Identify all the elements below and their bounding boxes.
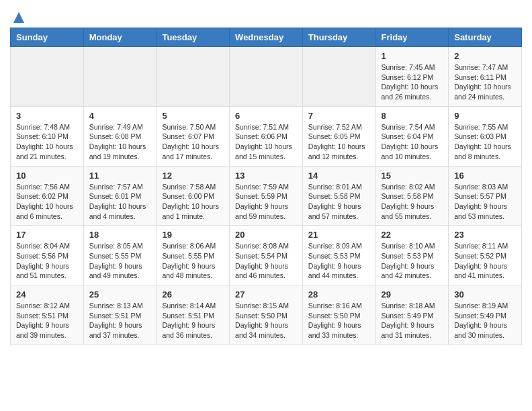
column-header-wednesday: Wednesday [230, 28, 303, 47]
day-info: Sunrise: 7:57 AMSunset: 6:01 PMDaylight:… [89, 183, 146, 220]
day-cell: 30Sunrise: 8:19 AMSunset: 5:49 PMDayligh… [449, 285, 522, 345]
day-info: Sunrise: 8:01 AMSunset: 5:58 PMDaylight:… [308, 183, 362, 220]
day-number: 20 [235, 230, 297, 240]
day-number: 17 [16, 230, 78, 240]
day-number: 6 [235, 111, 297, 121]
week-row-1: 1Sunrise: 7:45 AMSunset: 6:12 PMDaylight… [11, 47, 522, 107]
day-number: 8 [382, 111, 443, 121]
day-info: Sunrise: 8:11 AMSunset: 5:52 PMDaylight:… [454, 242, 508, 279]
day-cell: 22Sunrise: 8:10 AMSunset: 5:53 PMDayligh… [375, 226, 449, 285]
day-info: Sunrise: 8:18 AMSunset: 5:49 PMDaylight:… [382, 302, 435, 339]
day-number: 22 [382, 230, 443, 240]
day-info: Sunrise: 7:58 AMSunset: 6:00 PMDaylight:… [162, 183, 219, 220]
day-number: 4 [89, 111, 151, 121]
week-row-3: 10Sunrise: 7:56 AMSunset: 6:02 PMDayligh… [11, 166, 522, 226]
day-number: 5 [162, 111, 224, 121]
day-info: Sunrise: 8:10 AMSunset: 5:53 PMDaylight:… [382, 242, 435, 279]
day-number: 10 [16, 171, 78, 181]
week-row-2: 3Sunrise: 7:48 AMSunset: 6:10 PMDaylight… [11, 106, 522, 166]
day-info: Sunrise: 8:19 AMSunset: 5:49 PMDaylight:… [454, 302, 508, 339]
day-number: 25 [89, 289, 151, 300]
day-cell: 1Sunrise: 7:45 AMSunset: 6:12 PMDaylight… [375, 47, 449, 107]
day-number: 26 [162, 289, 224, 300]
day-info: Sunrise: 8:03 AMSunset: 5:57 PMDaylight:… [454, 183, 508, 220]
day-number: 15 [382, 171, 443, 181]
day-info: Sunrise: 7:54 AMSunset: 6:04 PMDaylight:… [382, 123, 439, 161]
day-cell: 24Sunrise: 8:12 AMSunset: 5:51 PMDayligh… [11, 285, 84, 345]
day-cell: 10Sunrise: 7:56 AMSunset: 6:02 PMDayligh… [11, 166, 84, 226]
day-info: Sunrise: 8:12 AMSunset: 5:51 PMDaylight:… [16, 302, 70, 339]
day-info: Sunrise: 8:06 AMSunset: 5:55 PMDaylight:… [162, 242, 216, 279]
day-info: Sunrise: 7:45 AMSunset: 6:12 PMDaylight:… [382, 63, 439, 101]
day-number: 24 [16, 289, 78, 300]
day-cell: 7Sunrise: 7:52 AMSunset: 6:05 PMDaylight… [302, 106, 375, 166]
day-info: Sunrise: 7:47 AMSunset: 6:11 PMDaylight:… [454, 63, 511, 101]
day-number: 23 [454, 230, 516, 240]
day-number: 14 [308, 171, 370, 181]
day-cell: 21Sunrise: 8:09 AMSunset: 5:53 PMDayligh… [302, 226, 375, 285]
day-cell: 8Sunrise: 7:54 AMSunset: 6:04 PMDaylight… [375, 106, 449, 166]
day-info: Sunrise: 8:04 AMSunset: 5:56 PMDaylight:… [16, 242, 70, 279]
day-cell: 17Sunrise: 8:04 AMSunset: 5:56 PMDayligh… [11, 226, 84, 285]
day-info: Sunrise: 7:59 AMSunset: 5:59 PMDaylight:… [235, 183, 289, 220]
day-cell: 27Sunrise: 8:15 AMSunset: 5:50 PMDayligh… [230, 285, 303, 345]
header [10, 10, 522, 22]
day-number: 7 [308, 111, 370, 121]
day-number: 11 [89, 171, 151, 181]
day-cell: 16Sunrise: 8:03 AMSunset: 5:57 PMDayligh… [449, 166, 522, 226]
day-cell: 14Sunrise: 8:01 AMSunset: 5:58 PMDayligh… [302, 166, 375, 226]
day-cell [157, 47, 230, 107]
day-number: 9 [454, 111, 516, 121]
day-cell: 28Sunrise: 8:16 AMSunset: 5:50 PMDayligh… [302, 285, 375, 345]
day-info: Sunrise: 7:55 AMSunset: 6:03 PMDaylight:… [454, 123, 511, 161]
day-number: 29 [382, 289, 443, 300]
header-row: SundayMondayTuesdayWednesdayThursdayFrid… [11, 28, 522, 47]
column-header-thursday: Thursday [302, 28, 375, 47]
column-header-monday: Monday [83, 28, 157, 47]
day-info: Sunrise: 8:02 AMSunset: 5:58 PMDaylight:… [382, 183, 435, 220]
logo [10, 10, 26, 22]
day-number: 30 [454, 289, 516, 300]
day-cell: 26Sunrise: 8:14 AMSunset: 5:51 PMDayligh… [157, 285, 230, 345]
day-number: 28 [308, 289, 370, 300]
day-number: 27 [235, 289, 297, 300]
day-cell: 11Sunrise: 7:57 AMSunset: 6:01 PMDayligh… [83, 166, 157, 226]
day-info: Sunrise: 8:15 AMSunset: 5:50 PMDaylight:… [235, 302, 289, 339]
day-number: 2 [454, 51, 516, 61]
column-header-friday: Friday [375, 28, 449, 47]
day-cell: 5Sunrise: 7:50 AMSunset: 6:07 PMDaylight… [157, 106, 230, 166]
day-cell [11, 47, 84, 107]
day-info: Sunrise: 8:05 AMSunset: 5:55 PMDaylight:… [89, 242, 143, 279]
day-cell: 12Sunrise: 7:58 AMSunset: 6:00 PMDayligh… [157, 166, 230, 226]
day-cell [302, 47, 375, 107]
day-cell [83, 47, 157, 107]
day-number: 16 [454, 171, 516, 181]
column-header-tuesday: Tuesday [157, 28, 230, 47]
day-cell: 4Sunrise: 7:49 AMSunset: 6:08 PMDaylight… [83, 106, 157, 166]
day-number: 19 [162, 230, 224, 240]
day-cell: 25Sunrise: 8:13 AMSunset: 5:51 PMDayligh… [83, 285, 157, 345]
day-info: Sunrise: 8:08 AMSunset: 5:54 PMDaylight:… [235, 242, 289, 279]
svg-marker-0 [13, 12, 24, 23]
day-number: 13 [235, 171, 297, 181]
day-info: Sunrise: 7:51 AMSunset: 6:06 PMDaylight:… [235, 123, 292, 161]
day-cell: 6Sunrise: 7:51 AMSunset: 6:06 PMDaylight… [230, 106, 303, 166]
day-number: 1 [382, 51, 443, 61]
day-info: Sunrise: 7:49 AMSunset: 6:08 PMDaylight:… [89, 123, 146, 161]
day-cell: 13Sunrise: 7:59 AMSunset: 5:59 PMDayligh… [230, 166, 303, 226]
day-number: 18 [89, 230, 151, 240]
day-cell: 20Sunrise: 8:08 AMSunset: 5:54 PMDayligh… [230, 226, 303, 285]
day-cell [230, 47, 303, 107]
day-cell: 2Sunrise: 7:47 AMSunset: 6:11 PMDaylight… [449, 47, 522, 107]
week-row-4: 17Sunrise: 8:04 AMSunset: 5:56 PMDayligh… [11, 226, 522, 285]
day-info: Sunrise: 7:50 AMSunset: 6:07 PMDaylight:… [162, 123, 219, 161]
day-info: Sunrise: 7:52 AMSunset: 6:05 PMDaylight:… [308, 123, 365, 161]
day-number: 3 [16, 111, 78, 121]
day-cell: 29Sunrise: 8:18 AMSunset: 5:49 PMDayligh… [375, 285, 449, 345]
logo-icon [11, 10, 26, 25]
day-cell: 9Sunrise: 7:55 AMSunset: 6:03 PMDaylight… [449, 106, 522, 166]
day-cell: 3Sunrise: 7:48 AMSunset: 6:10 PMDaylight… [11, 106, 84, 166]
column-header-saturday: Saturday [449, 28, 522, 47]
day-info: Sunrise: 7:48 AMSunset: 6:10 PMDaylight:… [16, 123, 73, 161]
day-info: Sunrise: 8:09 AMSunset: 5:53 PMDaylight:… [308, 242, 362, 279]
